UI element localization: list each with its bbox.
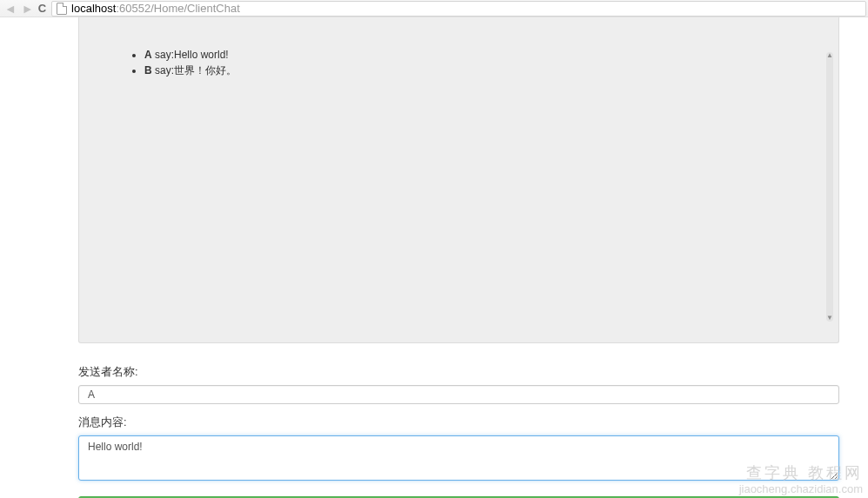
list-item: A say:Hello world! bbox=[144, 48, 808, 63]
page-content: A say:Hello world! B say:世界！你好。 ▲ ▼ 发送者名… bbox=[0, 17, 868, 498]
page-icon bbox=[57, 3, 67, 15]
browser-toolbar: ◄ ► C localhost:60552/Home/ClientChat bbox=[0, 0, 868, 17]
say-label: say: bbox=[152, 49, 174, 61]
list-item: B say:世界！你好。 bbox=[144, 63, 808, 78]
message-text: 世界！你好。 bbox=[174, 64, 237, 76]
watermark-title: 查字典 教程网 bbox=[739, 464, 863, 483]
sender-name-label: 发送者名称: bbox=[78, 364, 839, 380]
message-sender: B bbox=[144, 64, 152, 76]
message-sender: A bbox=[144, 49, 152, 61]
chat-log-panel: A say:Hello world! B say:世界！你好。 ▲ ▼ bbox=[78, 17, 839, 343]
url-host: localhost bbox=[71, 2, 116, 15]
url-path: :60552/Home/ClientChat bbox=[116, 2, 239, 15]
forward-arrow-icon[interactable]: ► bbox=[19, 2, 37, 16]
watermark-url: jiaocheng.chazidian.com bbox=[739, 482, 863, 496]
message-content-label: 消息内容: bbox=[78, 415, 839, 430]
chat-message-list: A say:Hello world! B say:世界！你好。 bbox=[110, 48, 808, 78]
message-text: Hello world! bbox=[174, 49, 229, 61]
scroll-up-icon[interactable]: ▲ bbox=[826, 52, 833, 59]
scroll-down-icon[interactable]: ▼ bbox=[826, 315, 833, 322]
sender-name-group: 发送者名称: bbox=[78, 364, 839, 404]
sender-name-input[interactable] bbox=[78, 385, 839, 404]
scrollbar[interactable]: ▲ ▼ bbox=[826, 52, 833, 322]
say-label: say: bbox=[152, 64, 174, 76]
address-bar[interactable]: localhost:60552/Home/ClientChat bbox=[51, 1, 866, 17]
watermark: 查字典 教程网 jiaocheng.chazidian.com bbox=[739, 464, 863, 496]
message-content-group: 消息内容: Hello world! bbox=[78, 415, 839, 483]
reload-icon[interactable]: C bbox=[37, 2, 51, 15]
back-arrow-icon[interactable]: ◄ bbox=[2, 2, 19, 16]
message-content-input[interactable]: Hello world! bbox=[78, 435, 839, 481]
